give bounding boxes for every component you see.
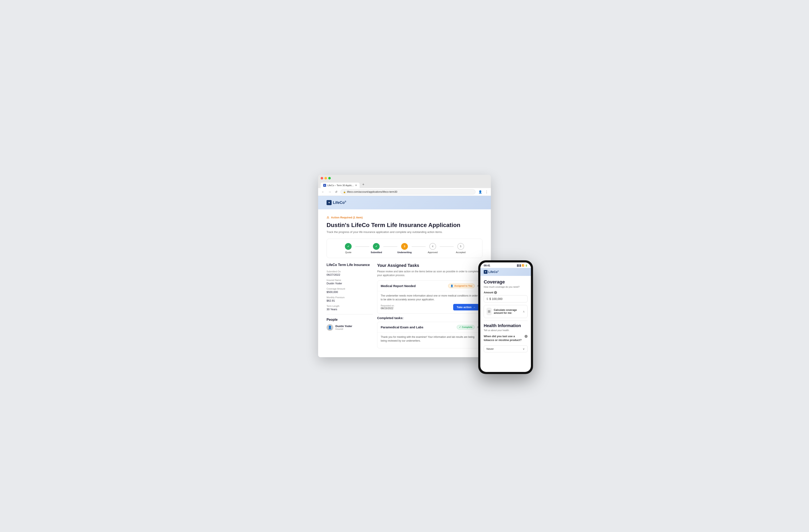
coverage-amount-value: $500,000 [327, 290, 373, 294]
take-action-label: Take action [457, 306, 471, 309]
badge-complete-text: Complete [462, 326, 472, 329]
phone-content[interactable]: Coverage How much coverage do you need? … [480, 276, 531, 369]
monthly-premium-label: Monthly Premium [327, 296, 373, 299]
task-body-paramedical: Thank you for meeting with the examiner!… [377, 332, 482, 348]
monthly-premium-value: $62.91 [327, 299, 373, 302]
phone-logo-text: LifeCo® [488, 270, 499, 273]
section-divider [327, 314, 373, 315]
browser-addressbar: ← → ↺ 🔒 lifeco.com/account/applications/… [318, 188, 491, 196]
health-question: When did you last use a tobacco or nicot… [484, 334, 523, 342]
amount-value: $ 100,000 [489, 297, 502, 301]
site-logo[interactable]: ♥ LifeCo® [327, 200, 346, 205]
two-col-layout: LifeCo Term Life Insurance Submitted On … [327, 263, 482, 351]
task-header-right-paramedical: ✓ Complete ∧ [457, 325, 479, 330]
back-button[interactable]: ← [321, 190, 325, 194]
take-action-button[interactable]: Take action → [453, 304, 479, 311]
phone-logo: ♥ LifeCo® [484, 270, 528, 274]
warning-icon: ⚠ [327, 216, 329, 219]
health-subtitle: Tell us about your health. [484, 329, 528, 332]
step-submitted: ✓ Submitted [369, 243, 383, 253]
badge-assigned-to-you: 👤 Assigned to You [448, 284, 475, 288]
task-name-paramedical: Paramedical Exam and Labs [381, 325, 424, 329]
person-name: Dustin Yoder [335, 324, 352, 328]
info-insured-name: Insured Name Dustin Yoder [327, 279, 373, 285]
tobacco-dropdown[interactable]: Never ∨ [484, 345, 528, 352]
close-window-button[interactable] [321, 177, 323, 179]
info-submitted-on: Submitted On 06/27/2022 [327, 270, 373, 276]
browser-tab-active[interactable]: ♥ LifeCo – Term 30 Applic... ✕ [321, 182, 360, 188]
step-label-accepted: Accepted [456, 251, 466, 253]
term-length-label: Term Length [327, 305, 373, 307]
page-subtitle: Track the progress of your life insuranc… [327, 230, 482, 234]
policy-title: LifeCo Term Life Insurance [327, 263, 373, 267]
health-title: Health Information [484, 323, 528, 328]
tab-title: LifeCo – Term 30 Applic... [327, 184, 354, 187]
traffic-lights [321, 177, 488, 179]
chevron-down-icon: ∨ [523, 347, 525, 351]
new-tab-button[interactable]: + [360, 181, 366, 188]
step-connector-3 [412, 246, 426, 247]
amount-input[interactable]: $ $ 100,000 [484, 295, 528, 302]
arrow-icon: → [473, 306, 476, 309]
task-description-medical-report: The underwriter needs more information a… [381, 294, 479, 301]
step-circle-underwriting: 3 [401, 243, 408, 250]
step-connector-2 [383, 246, 398, 247]
task-body-medical-report: The underwriter needs more information a… [377, 291, 482, 313]
completed-tasks-title: Completed tasks: [377, 316, 482, 320]
calculator-card[interactable]: ⊞ Calculate coverage amount for me: ∧ [484, 305, 528, 318]
task-footer: Requested on: 08/15/2022 Take action → [381, 304, 479, 311]
logo-icon: ♥ [327, 200, 332, 205]
step-circle-submitted: ✓ [373, 243, 380, 250]
badge-assigned-text: Assigned to You [454, 285, 472, 287]
action-required-banner: ⚠ Action Required (1 item) [327, 216, 482, 219]
address-bar[interactable]: 🔒 lifeco.com/account/applications/lifeco… [341, 189, 476, 194]
wifi-icon: 📶 [522, 264, 524, 267]
phone-header: ♥ LifeCo® [480, 268, 531, 276]
right-panel: Your Assigned Tasks Please review and ta… [377, 263, 482, 351]
chevron-up-phone: ∧ [523, 310, 525, 313]
step-circle-approved: 4 [429, 243, 436, 250]
minimize-window-button[interactable] [324, 177, 327, 179]
progress-steps: ✓ Quote ✓ Submitted 3 Unde [327, 238, 482, 258]
tasks-title: Your Assigned Tasks [377, 263, 482, 268]
task-description-paramedical: Thank you for meeting with the examiner!… [381, 335, 479, 343]
task-header-paramedical[interactable]: Paramedical Exam and Labs ✓ Complete ∧ [377, 322, 482, 332]
mobile-phone: 09:41 ▐▐▐ 📶 🔋 ♥ LifeCo® Coverage How muc… [478, 260, 533, 374]
browser-tabs: ♥ LifeCo – Term 30 Applic... ✕ + [321, 181, 488, 188]
health-info-icon[interactable]: i [524, 335, 528, 338]
requested-info: Requested on: 08/15/2022 [381, 304, 394, 310]
lock-icon: 🔒 [343, 191, 346, 193]
forward-button[interactable]: → [327, 190, 332, 194]
browser-window: ♥ LifeCo – Term 30 Applic... ✕ + ← → ↺ 🔒… [318, 175, 491, 357]
badge-complete: ✓ Complete [457, 325, 475, 330]
refresh-button[interactable]: ↺ [334, 190, 338, 194]
calculator-label: Calculate coverage amount for me: [494, 308, 523, 315]
maximize-window-button[interactable] [328, 177, 331, 179]
step-circle-quote: ✓ [345, 243, 351, 250]
info-monthly-premium: Monthly Premium $62.91 [327, 296, 373, 302]
task-card-paramedical: Paramedical Exam and Labs ✓ Complete ∧ [377, 322, 482, 348]
signal-icon: ▐▐▐ [516, 264, 521, 267]
term-length-value: 30 Years [327, 308, 373, 311]
tasks-subtitle: Please review and take action on the ite… [377, 270, 482, 277]
person-role: Insured [335, 328, 352, 330]
person-badge-icon: 👤 [450, 285, 453, 287]
user-icon[interactable]: 👤 [478, 190, 483, 194]
calculator-icon: ⊞ [486, 308, 492, 315]
requested-date: 08/15/2022 [381, 307, 394, 310]
browser-menu-button[interactable]: ⋮ [485, 190, 488, 194]
amount-info-icon[interactable]: i [494, 291, 497, 294]
submitted-on-value: 06/27/2022 [327, 273, 373, 276]
phone-status-icons: ▐▐▐ 📶 🔋 [516, 264, 528, 267]
person-item: 👤 Dustin Yoder Insured [327, 324, 373, 331]
check-badge-icon: ✓ [459, 326, 461, 329]
url-text: lifeco.com/account/applications/lifeco-t… [347, 190, 397, 193]
calculator-card-left: ⊞ Calculate coverage amount for me: [486, 308, 523, 315]
people-title: People [327, 318, 373, 322]
amount-label-text: Amount [484, 291, 493, 294]
step-label-underwriting: Underwriting [397, 251, 412, 253]
tab-close-button[interactable]: ✕ [355, 184, 357, 187]
task-header-medical-report[interactable]: Medical Report Needed 👤 Assigned to You … [377, 281, 482, 291]
step-quote: ✓ Quote [341, 243, 356, 253]
battery-icon: 🔋 [525, 264, 528, 267]
